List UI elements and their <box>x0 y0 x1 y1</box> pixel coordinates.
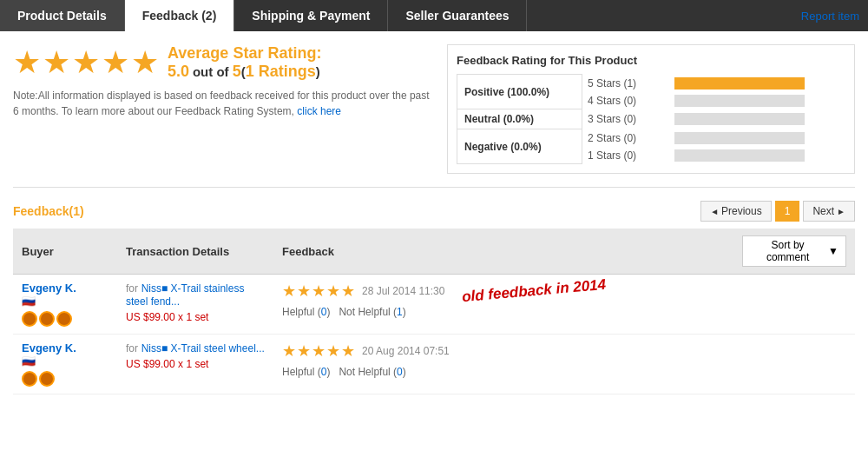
previous-button[interactable]: ◄ Previous <box>700 201 772 222</box>
helpful-row-2: Helpful (0) Not Helpful (0) <box>282 366 725 378</box>
buyer-name-1[interactable]: Evgeny K. <box>22 282 108 295</box>
helpful-row-1: Helpful (0) Not Helpful (1) <box>282 306 725 318</box>
product-link-2[interactable]: Niss■ X-Trail steel wheel... <box>141 342 265 355</box>
extra-cell-1 <box>733 275 855 335</box>
transaction-product-1: for Niss■ X-Trail stainless steel fend..… <box>126 282 265 308</box>
feedback-row-1: Evgeny K. 🇷🇺 for Niss■ X-Trail stainless… <box>13 275 855 335</box>
table-header-row: Buyer Transaction Details Feedback Sort … <box>13 229 855 275</box>
medal-2-2 <box>39 371 55 387</box>
medal-2-1 <box>22 371 37 387</box>
not-helpful-link-2[interactable]: 0 <box>397 366 403 378</box>
fstar-2-1: ★ <box>282 341 296 361</box>
positive-label: Positive (100.0%) <box>457 75 582 109</box>
2star-label: 2 Stars (0) <box>582 129 669 147</box>
price-1: US $99.00 x 1 set <box>126 311 265 323</box>
stars-row: ★ ★ ★ ★ ★ Average Star Rating: 5.0 out o… <box>13 44 430 81</box>
medal-1 <box>22 311 37 327</box>
fstar-2-4: ★ <box>326 341 340 361</box>
4star-label: 4 Stars (0) <box>582 92 669 109</box>
star-5: ★ <box>131 44 159 81</box>
report-item-link[interactable]: Report item <box>801 10 859 23</box>
feedback-row-2: Evgeny K. 🇷🇺 for Niss■ X-Trail steel whe… <box>13 335 855 394</box>
fstar-1-3: ★ <box>312 282 326 301</box>
helpful-link-2[interactable]: 0 <box>321 366 327 378</box>
buyer-medals-1 <box>22 311 108 327</box>
buyer-flag-1: 🇷🇺 <box>22 295 108 308</box>
average-text: Average Star Rating: 5.0 out of 5(1 Rati… <box>168 44 321 81</box>
3star-label: 3 Stars (0) <box>582 109 669 129</box>
main-content: ★ ★ ★ ★ ★ Average Star Rating: 5.0 out o… <box>0 31 868 408</box>
feedback-table: Buyer Transaction Details Feedback Sort … <box>13 229 855 394</box>
feedback-stars-1: ★ ★ ★ ★ ★ <box>282 282 355 301</box>
3star-bar <box>669 109 845 129</box>
fstar-1-4: ★ <box>326 282 340 301</box>
rating-value: 5.0 <box>168 63 189 80</box>
feedback-count-title: Feedback(1) <box>13 204 84 218</box>
tab-product-details[interactable]: Product Details <box>0 0 125 31</box>
star-1: ★ <box>13 44 41 81</box>
price-2: US $99.00 x 1 set <box>126 358 265 370</box>
feedback-date-1: 28 Jul 2014 11:30 <box>362 285 444 297</box>
star-breakdown-table: Positive (100.0%) 5 Stars (1) 4 Stars (0… <box>457 74 845 164</box>
tab-seller[interactable]: Seller Guarantees <box>388 0 527 31</box>
fstar-2-5: ★ <box>341 341 355 361</box>
rating-note: Note:All information displayed is based … <box>13 88 430 119</box>
feedback-rating-table: Feedback Rating for This Product Positiv… <box>447 44 855 174</box>
medal-2 <box>39 311 55 327</box>
right-arrow-icon: ► <box>837 207 845 216</box>
buyer-flag-2: 🇷🇺 <box>22 355 108 368</box>
star-2: ★ <box>43 44 70 81</box>
helpful-link-1[interactable]: 0 <box>321 306 327 318</box>
fstar-1-1: ★ <box>282 282 296 301</box>
feedback-cell-1: ★ ★ ★ ★ ★ 28 Jul 2014 11:30 old feedback… <box>273 275 733 335</box>
next-button[interactable]: Next ► <box>803 201 855 222</box>
fstar-1-2: ★ <box>297 282 311 301</box>
feedback-rating-title: Feedback Rating for This Product <box>457 54 845 67</box>
col-transaction: Transaction Details <box>117 229 273 275</box>
extra-cell-2 <box>733 335 855 394</box>
star-display: ★ ★ ★ ★ ★ <box>13 44 159 81</box>
old-feedback-label-1: old feedback in 2014 <box>462 276 607 306</box>
negative-row: Negative (0.0%) 2 Stars (0) <box>457 129 845 147</box>
rating-section: ★ ★ ★ ★ ★ Average Star Rating: 5.0 out o… <box>13 44 855 174</box>
tab-bar: Product Details Feedback (2) Shipping & … <box>0 0 868 31</box>
rating-out-of: out of 5(1 Ratings) <box>193 64 320 79</box>
negative-label: Negative (0.0%) <box>457 129 582 164</box>
buyer-cell-2: Evgeny K. 🇷🇺 <box>13 335 117 394</box>
sort-by-comment-button[interactable]: Sort by comment ▼ <box>742 235 846 267</box>
1star-label: 1 Stars (0) <box>582 147 669 164</box>
star-4: ★ <box>102 44 129 81</box>
feedback-list-header: Feedback(1) ◄ Previous 1 Next ► <box>13 201 855 222</box>
5star-label: 5 Stars (1) <box>582 75 669 92</box>
transaction-cell-2: for Niss■ X-Trail steel wheel... US $99.… <box>117 335 273 394</box>
rating-summary-label: Average Star Rating: <box>168 44 321 62</box>
tab-shipping[interactable]: Shipping & Payment <box>234 0 388 31</box>
buyer-name-2[interactable]: Evgeny K. <box>22 341 108 355</box>
feedback-stars-2: ★ ★ ★ ★ ★ <box>282 341 355 361</box>
feedback-stars-row-1: ★ ★ ★ ★ ★ 28 Jul 2014 11:30 old feedback… <box>282 282 725 301</box>
star-3: ★ <box>72 44 100 81</box>
dropdown-arrow-icon: ▼ <box>828 245 838 257</box>
positive-row: Positive (100.0%) 5 Stars (1) <box>457 75 845 92</box>
feedback-date-2: 20 Aug 2014 07:51 <box>362 345 450 357</box>
product-link-1[interactable]: Niss■ X-Trail stainless steel fend... <box>126 282 244 308</box>
1star-bar <box>669 147 845 164</box>
neutral-row: Neutral (0.0%) 3 Stars (0) <box>457 109 845 129</box>
not-helpful-link-1[interactable]: 1 <box>397 306 403 318</box>
transaction-product-2: for Niss■ X-Trail steel wheel... <box>126 341 265 355</box>
page-1-button[interactable]: 1 <box>775 201 800 222</box>
fstar-2-2: ★ <box>297 341 311 361</box>
medal-3 <box>56 311 72 327</box>
left-rating: ★ ★ ★ ★ ★ Average Star Rating: 5.0 out o… <box>13 44 430 174</box>
fstar-2-3: ★ <box>312 341 326 361</box>
pagination: ◄ Previous 1 Next ► <box>700 201 855 222</box>
5star-bar <box>669 75 845 92</box>
tab-feedback[interactable]: Feedback (2) <box>125 0 235 31</box>
click-here-link[interactable]: click here <box>297 105 341 117</box>
col-feedback: Feedback <box>273 229 733 275</box>
feedback-stars-row-2: ★ ★ ★ ★ ★ 20 Aug 2014 07:51 <box>282 341 725 361</box>
4star-bar <box>669 92 845 109</box>
buyer-medals-2 <box>22 371 108 387</box>
neutral-label: Neutral (0.0%) <box>457 109 582 129</box>
transaction-cell-1: for Niss■ X-Trail stainless steel fend..… <box>117 275 273 335</box>
